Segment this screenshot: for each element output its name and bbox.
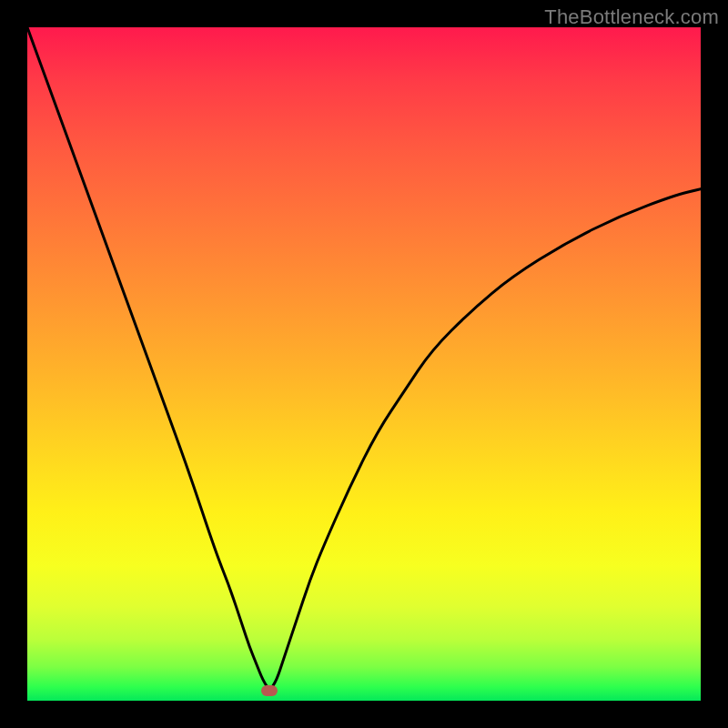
bottleneck-curve-path — [27, 27, 701, 688]
watermark-text: TheBottleneck.com — [544, 5, 719, 29]
chart-frame: TheBottleneck.com — [0, 0, 728, 728]
curve-svg — [27, 27, 701, 701]
plot-area — [27, 27, 701, 701]
min-marker — [261, 685, 278, 696]
